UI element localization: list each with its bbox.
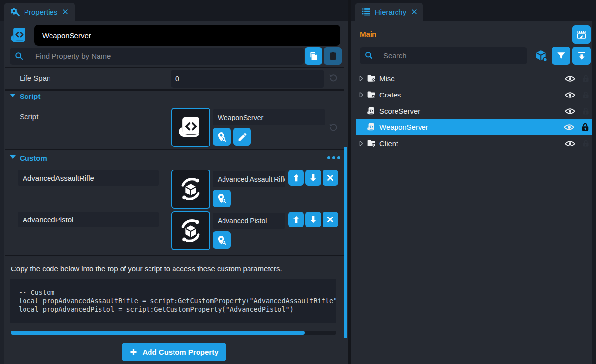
expand-chevron-icon[interactable] xyxy=(357,92,366,98)
custom-property-name-input[interactable] xyxy=(18,170,159,186)
copy-icon xyxy=(308,51,319,61)
divider xyxy=(5,255,344,256)
search-icon xyxy=(14,51,24,61)
find-script-button[interactable] xyxy=(213,128,231,146)
move-up-button[interactable] xyxy=(288,212,304,227)
asset-thumbnail[interactable] xyxy=(171,170,210,209)
asset-reference-value[interactable]: Advanced Assault Rifle xyxy=(213,171,285,187)
paste-icon xyxy=(328,51,338,61)
divider xyxy=(5,67,344,68)
script-scroll-icon xyxy=(366,106,376,116)
move-down-button[interactable] xyxy=(305,212,321,227)
asset-cube-icon xyxy=(177,176,204,202)
lock-icon[interactable] xyxy=(581,91,590,99)
script-row-label: Script xyxy=(20,112,38,121)
close-properties-tab-icon[interactable] xyxy=(61,8,69,16)
custom-property-name-input[interactable] xyxy=(18,212,159,227)
vertical-scrollbar-thumb[interactable] xyxy=(344,147,347,338)
visibility-eye-icon[interactable] xyxy=(564,124,574,131)
collapse-custom-section-icon[interactable] xyxy=(10,155,16,159)
properties-left-edge xyxy=(0,21,4,364)
tree-row-label: Client xyxy=(379,139,398,147)
edit-script-button[interactable] xyxy=(233,128,251,146)
life-span-label: Life Span xyxy=(20,74,50,82)
copy-properties-button[interactable] xyxy=(305,47,322,65)
tree-row-misc[interactable]: Misc xyxy=(356,71,592,87)
life-span-input[interactable] xyxy=(171,70,324,88)
close-hierarchy-tab-icon[interactable] xyxy=(410,8,418,16)
pin-search-icon xyxy=(216,131,227,143)
clapperboard-rocket-icon xyxy=(576,29,587,40)
custom-section-title: Custom xyxy=(20,154,47,162)
tree-row-scoreserver[interactable]: ScoreServer xyxy=(356,103,592,119)
folder-cube-icon xyxy=(366,90,376,100)
delete-custom-property-button[interactable] xyxy=(323,212,338,227)
script-scroll-icon xyxy=(177,114,204,141)
pin-search-icon xyxy=(216,193,227,204)
tree-row-label: Crates xyxy=(379,91,401,99)
tab-hierarchy[interactable]: Hierarchy xyxy=(355,3,423,21)
custom-section-menu-icon[interactable] xyxy=(327,156,340,159)
delete-custom-property-button[interactable] xyxy=(323,170,338,186)
paste-properties-button[interactable] xyxy=(324,47,342,65)
move-up-button[interactable] xyxy=(288,170,304,186)
find-asset-button[interactable] xyxy=(213,190,231,207)
tab-properties[interactable]: Properties xyxy=(4,3,75,21)
script-asset-thumbnail[interactable] xyxy=(171,108,210,147)
hierarchy-list-icon xyxy=(361,7,371,17)
find-asset-button[interactable] xyxy=(213,231,231,249)
networked-object-icon[interactable] xyxy=(535,49,548,63)
expand-chevron-icon[interactable] xyxy=(357,140,366,146)
visibility-eye-icon[interactable] xyxy=(565,140,575,147)
script-scroll-icon xyxy=(366,122,376,132)
script-section-title: Script xyxy=(20,92,41,100)
visibility-eye-icon[interactable] xyxy=(565,108,575,115)
gear-wrench-icon xyxy=(10,7,20,17)
horizontal-scrollbar-track[interactable] xyxy=(11,331,336,335)
divider xyxy=(5,89,344,91)
visibility-eye-icon[interactable] xyxy=(565,75,575,82)
tree-row-label: Misc xyxy=(379,74,395,83)
collapse-all-button[interactable] xyxy=(572,47,591,65)
horizontal-scrollbar-thumb[interactable] xyxy=(11,331,305,335)
lock-icon[interactable] xyxy=(581,139,590,148)
hierarchy-search-input[interactable] xyxy=(360,47,527,64)
tab-properties-label: Properties xyxy=(24,8,57,16)
x-icon xyxy=(326,215,335,224)
tree-row-label: ScoreServer xyxy=(379,107,420,115)
custom-parameters-hint: Copy the code below into the top of your… xyxy=(11,265,282,273)
lock-icon[interactable] xyxy=(581,107,590,116)
lock-icon[interactable] xyxy=(581,74,590,83)
scene-label: Main xyxy=(360,30,376,38)
funnel-icon xyxy=(556,50,567,61)
script-type-icon xyxy=(10,26,28,47)
tree-row-weaponserver[interactable]: WeaponServer xyxy=(356,119,592,135)
lock-icon[interactable] xyxy=(580,122,590,132)
asset-thumbnail[interactable] xyxy=(171,211,210,250)
filter-button[interactable] xyxy=(552,47,570,65)
reset-script-icon[interactable] xyxy=(328,123,338,133)
cinematic-button[interactable] xyxy=(572,25,591,44)
property-search-input[interactable] xyxy=(10,48,304,65)
visibility-eye-icon[interactable] xyxy=(565,92,575,98)
folder-cube-icon xyxy=(366,73,376,84)
tree-row-client[interactable]: Client xyxy=(356,135,592,151)
pin-search-icon xyxy=(216,235,227,246)
reset-life-span-icon[interactable] xyxy=(328,73,338,83)
tree-row-crates[interactable]: Crates xyxy=(356,87,592,103)
script-reference-value[interactable]: WeaponServer xyxy=(213,109,325,125)
divider xyxy=(5,149,344,150)
add-custom-property-label: Add Custom Property xyxy=(142,348,218,356)
move-down-button[interactable] xyxy=(305,170,321,186)
expand-chevron-icon[interactable] xyxy=(357,75,366,82)
pencil-icon xyxy=(237,132,248,142)
code-line: -- Custom xyxy=(19,289,336,297)
object-name-input[interactable] xyxy=(34,25,340,46)
properties-panel: Properties Life Span Script Script Weapo… xyxy=(0,0,348,364)
asset-cube-icon xyxy=(177,218,204,244)
code-snippet-block[interactable]: -- Custom local propAdvancedAssaultRifle… xyxy=(10,279,336,323)
x-icon xyxy=(326,173,335,182)
add-custom-property-button[interactable]: Add Custom Property xyxy=(122,343,226,361)
asset-reference-value[interactable]: Advanced Pistol xyxy=(213,213,285,229)
collapse-script-section-icon[interactable] xyxy=(10,94,16,97)
